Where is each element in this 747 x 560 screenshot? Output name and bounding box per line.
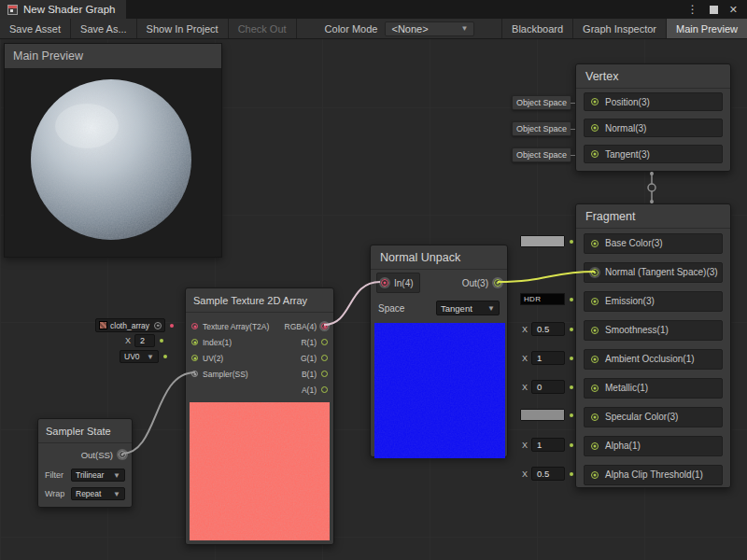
uv-channel-value: UV0 <box>124 352 140 361</box>
r-output-port[interactable] <box>321 339 328 345</box>
main-preview-header[interactable]: Main Preview <box>5 44 221 68</box>
vertex-node[interactable]: Vertex Position(3) Normal(3) Tangent(3) <box>575 63 731 172</box>
graph-inspector-toggle[interactable]: Graph Inspector <box>572 19 666 38</box>
in-port[interactable] <box>381 279 388 287</box>
save-asset-button[interactable]: Save Asset <box>0 19 71 38</box>
maximize-icon[interactable] <box>710 6 718 14</box>
position-input-port[interactable] <box>591 98 599 105</box>
hdr-label: HDR <box>524 295 541 303</box>
b-output-port[interactable] <box>321 371 328 377</box>
fragment-node[interactable]: Fragment Base Color(3) Normal (Tangent S… <box>575 203 731 488</box>
uv-channel-dropdown[interactable]: UV0 ▼ <box>120 350 167 363</box>
save-as-button[interactable]: Save As... <box>71 19 137 38</box>
kebab-menu-icon[interactable]: ⋮ <box>687 3 698 16</box>
emission-slot: Emission(3) <box>584 291 723 312</box>
in-slot: In(4) <box>376 273 420 293</box>
space-dropdown[interactable]: Tangent ▼ <box>436 301 500 315</box>
filter-row: Filter Trilinear ▼ <box>38 466 132 484</box>
float-input[interactable]: 0 <box>531 380 565 394</box>
rgba-output-port[interactable] <box>321 323 328 329</box>
texture-array-port[interactable] <box>191 323 198 329</box>
main-preview-panel: Main Preview <box>4 43 222 258</box>
metallic-label: Metallic(1) <box>605 383 648 393</box>
normal-input-port[interactable] <box>591 124 599 132</box>
position-space-dropdown[interactable]: Object Space <box>512 95 571 110</box>
toolbar: Save Asset Save As... Show In Project Ch… <box>0 19 747 39</box>
chevron-down-icon: ▼ <box>461 24 469 33</box>
index-field[interactable]: X 2 <box>125 334 163 347</box>
color-swatch <box>520 235 565 247</box>
a-output-port[interactable] <box>321 386 328 393</box>
axis-label: X <box>522 469 528 479</box>
specular-color-port[interactable] <box>591 413 599 421</box>
normal-space-dropdown[interactable]: Object Space <box>512 121 571 136</box>
metallic-port[interactable] <box>591 385 599 392</box>
main-preview-toggle[interactable]: Main Preview <box>666 19 747 38</box>
base-color-port[interactable] <box>591 240 599 247</box>
axis-label: X <box>522 325 528 334</box>
float-input[interactable]: 1 <box>531 438 565 452</box>
sampler-state-node[interactable]: Sampler State Out(SS) Filter Trilinear ▼… <box>37 418 133 508</box>
close-icon[interactable]: ✕ <box>729 4 738 16</box>
smoothness-port[interactable] <box>591 327 599 334</box>
chevron-down-icon: ▼ <box>113 490 120 498</box>
uv-port[interactable] <box>191 355 198 361</box>
main-preview-viewport[interactable] <box>5 68 221 257</box>
filter-dropdown[interactable]: Trilinear ▼ <box>71 469 125 482</box>
base-color-field[interactable] <box>520 235 573 247</box>
metallic-field[interactable]: X0 <box>522 380 573 394</box>
alpha-port[interactable] <box>591 442 599 450</box>
smoothness-field[interactable]: X0.5 <box>522 322 573 336</box>
g-output-port[interactable] <box>321 355 328 361</box>
title-bar: New Shader Graph ⋮ ✕ <box>0 0 747 19</box>
float-input[interactable]: 0.5 <box>531 467 565 481</box>
emission-port[interactable] <box>591 298 599 305</box>
tab-title: New Shader Graph <box>23 4 115 15</box>
out-ss-port[interactable] <box>119 451 126 458</box>
normal-space-label: Object Space <box>516 124 567 133</box>
ambient-occlusion-slot: Ambient Occlusion(1) <box>584 349 723 370</box>
out-port[interactable] <box>494 279 501 287</box>
metallic-slot: Metallic(1) <box>584 378 723 399</box>
out-ss-label: Out(SS) <box>81 450 113 460</box>
in-label: In(4) <box>394 278 414 288</box>
normal-ts-port[interactable] <box>591 269 599 276</box>
chevron-down-icon: ▼ <box>147 353 154 361</box>
float-input[interactable]: 0.5 <box>531 322 565 336</box>
alpha-clip-field[interactable]: X0.5 <box>522 467 573 481</box>
texture-array-label: Texture Array(T2A) <box>203 322 269 331</box>
vertex-fragment-link <box>648 172 655 203</box>
tab-new-shader-graph[interactable]: New Shader Graph <box>0 0 126 19</box>
position-space-label: Object Space <box>516 98 567 107</box>
texture-array-object-field[interactable]: cloth_array <box>95 318 174 332</box>
preview-sphere <box>5 68 221 257</box>
ambient-occlusion-field[interactable]: X1 <box>522 351 573 365</box>
show-in-project-button[interactable]: Show In Project <box>137 19 229 38</box>
position-slot: Position(3) <box>584 92 723 111</box>
specular-color-field[interactable] <box>520 409 573 421</box>
blackboard-toggle[interactable]: Blackboard <box>501 19 572 38</box>
normal-unpack-io-row: In(4) Out(3) <box>371 270 507 296</box>
emission-hdr-field[interactable]: HDR <box>520 293 573 305</box>
sampler-port[interactable] <box>191 371 198 377</box>
specular-color-label: Specular Color(3) <box>605 412 678 422</box>
index-port[interactable] <box>191 339 198 345</box>
tangent-space-dropdown[interactable]: Object Space <box>512 147 571 162</box>
float-input[interactable]: 1 <box>531 351 565 365</box>
vertex-node-title: Vertex <box>576 64 730 89</box>
alpha-clip-port[interactable] <box>591 471 599 479</box>
index-input[interactable]: 2 <box>134 334 155 347</box>
out-label: Out(3) <box>462 278 488 288</box>
sample-texture-2d-array-node[interactable]: Sample Texture 2D Array Texture Array(T2… <box>185 287 334 545</box>
alpha-field[interactable]: X1 <box>522 438 573 452</box>
index-label: Index(1) <box>203 338 232 347</box>
object-picker-icon[interactable] <box>154 322 162 329</box>
normal-unpack-node[interactable]: Normal Unpack In(4) Out(3) Space Tangent… <box>370 245 508 457</box>
check-out-button[interactable]: Check Out <box>229 19 297 38</box>
wrap-dropdown[interactable]: Repeat ▼ <box>71 487 125 500</box>
tangent-input-port[interactable] <box>591 150 599 158</box>
color-mode-dropdown[interactable]: <None> ▼ <box>385 21 474 36</box>
filter-label: Filter <box>45 470 63 480</box>
ambient-occlusion-port[interactable] <box>591 356 599 363</box>
sampler-state-title: Sampler State <box>38 419 132 443</box>
